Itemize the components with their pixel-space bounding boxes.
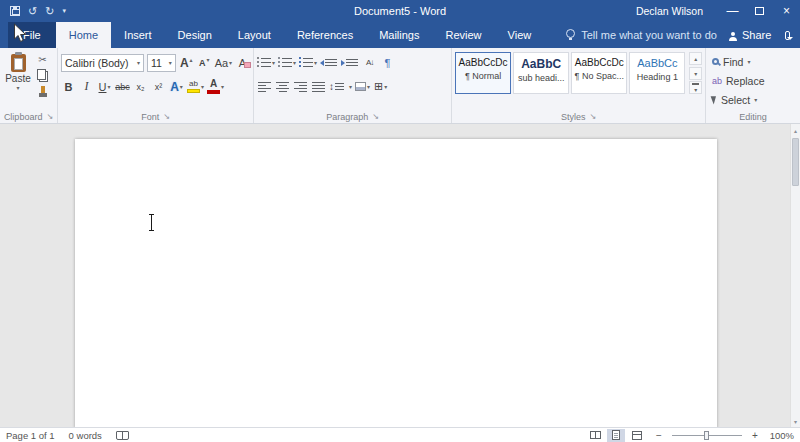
tab-mailings[interactable]: Mailings — [366, 22, 432, 48]
document-page[interactable] — [75, 139, 717, 427]
up-tick-icon: ▴ — [190, 56, 193, 63]
style-normal[interactable]: AaBbCcDc ¶ Normal — [455, 52, 511, 94]
share-button[interactable]: Share — [717, 22, 783, 48]
replace-button[interactable]: ab Replace — [709, 72, 797, 89]
style-preview: AaBbC — [521, 58, 561, 70]
save-icon[interactable] — [10, 6, 20, 16]
shading-icon — [355, 82, 366, 91]
scrollbar-thumb[interactable] — [792, 138, 799, 186]
zoom-slider-thumb[interactable] — [704, 431, 709, 440]
shading-button[interactable]: ▾ — [355, 78, 370, 96]
font-size-select[interactable]: 11▾ — [147, 54, 176, 72]
replace-label: Replace — [726, 75, 765, 87]
web-layout-button[interactable] — [628, 429, 646, 442]
borders-button[interactable]: ⊞▾ — [373, 78, 388, 96]
borders-icon: ⊞ — [374, 81, 383, 92]
show-formatting-marks-button[interactable]: ¶ — [380, 54, 395, 72]
styles-scroll-up-button[interactable]: ▴ — [689, 52, 702, 65]
align-left-button[interactable] — [257, 78, 272, 96]
tab-home[interactable]: Home — [56, 22, 111, 48]
vertical-scrollbar[interactable]: ▴ ▾ — [790, 124, 800, 427]
redo-icon[interactable]: ↻ — [45, 6, 54, 17]
word-count[interactable]: 0 words — [69, 430, 102, 441]
style-no-spacing[interactable]: AaBbCcDc ¶ No Spac... — [571, 52, 627, 94]
zoom-slider[interactable] — [672, 435, 742, 436]
text-effects-button[interactable]: A▾ — [169, 78, 184, 96]
decrease-indent-button[interactable] — [320, 54, 338, 72]
clipboard-small-buttons: ✂ — [35, 52, 50, 99]
print-layout-button[interactable] — [607, 429, 625, 442]
strikethrough-button[interactable]: abc — [115, 78, 130, 96]
bold-button[interactable]: B — [61, 78, 76, 96]
multilevel-list-button[interactable]: ▾ — [299, 54, 317, 72]
style-heading-1[interactable]: AaBbCc Heading 1 — [629, 52, 685, 94]
paste-button[interactable]: Paste ▾ — [3, 52, 33, 99]
subscript-button[interactable]: x₂ — [133, 78, 148, 96]
highlight-color-button[interactable]: ab▾ — [187, 78, 204, 96]
font-dialog-launcher-icon[interactable]: ↘ — [163, 113, 170, 121]
font-group-label: Font — [141, 112, 159, 122]
cut-button[interactable]: ✂ — [35, 52, 50, 67]
read-mode-button[interactable] — [586, 429, 604, 442]
styles-gallery-scroll: ▴ ▾ ▾ — [689, 52, 702, 94]
superscript-button[interactable]: x² — [151, 78, 166, 96]
page-indicator[interactable]: Page 1 of 1 — [6, 430, 55, 441]
tab-design[interactable]: Design — [165, 22, 225, 48]
align-right-button[interactable] — [293, 78, 308, 96]
highlight-color-swatch — [187, 89, 200, 93]
word-window: ↺ ↻ ▾ Document5 - Word Declan Wilson — ×… — [0, 0, 800, 442]
undo-icon[interactable]: ↺ — [28, 6, 37, 17]
proofing-icon[interactable] — [116, 431, 129, 440]
maximize-button[interactable] — [746, 0, 773, 22]
line-spacing-button[interactable]: ↕▾ — [329, 78, 352, 96]
scroll-up-icon[interactable]: ▴ — [791, 125, 800, 135]
clipboard-dialog-launcher-icon[interactable]: ↘ — [46, 113, 53, 121]
clear-formatting-icon: A — [239, 57, 246, 69]
zoom-in-button[interactable]: + — [750, 430, 760, 441]
signed-in-user[interactable]: Declan Wilson — [636, 5, 703, 17]
tab-layout[interactable]: Layout — [225, 22, 284, 48]
tab-references[interactable]: References — [284, 22, 366, 48]
styles-scroll-down-button[interactable]: ▾ — [689, 67, 702, 80]
styles-dialog-launcher-icon[interactable]: ↘ — [589, 113, 596, 121]
select-button[interactable]: Select ▾ — [709, 91, 797, 108]
find-button[interactable]: Find ▾ — [709, 53, 797, 70]
close-button[interactable]: × — [773, 0, 800, 22]
align-center-button[interactable] — [275, 78, 290, 96]
italic-button[interactable]: I — [79, 78, 94, 96]
font-name-select[interactable]: Calibri (Body)▾ — [61, 54, 144, 72]
customize-qat-icon[interactable]: ▾ — [62, 7, 66, 15]
numbering-button[interactable]: ▾ — [278, 54, 296, 72]
copy-button[interactable] — [35, 68, 50, 83]
chevron-down-icon: ▾ — [169, 60, 172, 66]
sort-button[interactable]: A↓ — [362, 54, 377, 72]
chevron-down-icon: ▾ — [293, 60, 296, 66]
tab-insert[interactable]: Insert — [111, 22, 165, 48]
tab-view[interactable]: View — [495, 22, 545, 48]
format-painter-button[interactable] — [35, 84, 50, 99]
bullets-button[interactable]: ▾ — [257, 54, 275, 72]
shrink-font-button[interactable]: A▾ — [197, 54, 212, 72]
underline-button[interactable]: U▾ — [97, 78, 112, 96]
increase-indent-button[interactable] — [341, 54, 359, 72]
tell-me-box[interactable]: Tell me what you want to do — [566, 22, 717, 48]
scroll-down-icon[interactable]: ▾ — [791, 416, 800, 426]
zoom-out-button[interactable]: − — [654, 430, 664, 441]
comments-icon[interactable] — [785, 31, 790, 40]
bullets-icon — [257, 58, 271, 67]
style-sub-heading[interactable]: AaBbC sub headi... — [513, 52, 569, 94]
web-layout-icon — [632, 431, 642, 440]
minimize-button[interactable]: — — [719, 0, 746, 22]
paragraph-dialog-launcher-icon[interactable]: ↘ — [372, 113, 379, 121]
change-case-button[interactable]: Aa▾ — [215, 54, 232, 72]
tab-file[interactable]: File — [8, 22, 56, 48]
clear-formatting-button[interactable]: A — [235, 54, 250, 72]
tab-review[interactable]: Review — [433, 22, 495, 48]
grow-font-button[interactable]: A▴ — [179, 54, 194, 72]
chevron-down-icon: ▾ — [180, 84, 183, 90]
styles-gallery-more-button[interactable]: ▾ — [689, 81, 702, 94]
justify-button[interactable] — [311, 78, 326, 96]
zoom-level[interactable]: 100% — [768, 430, 794, 441]
font-color-button[interactable]: A▾ — [207, 78, 224, 96]
clipboard-group: Paste ▾ ✂ Clipboard↘ — [0, 48, 58, 123]
